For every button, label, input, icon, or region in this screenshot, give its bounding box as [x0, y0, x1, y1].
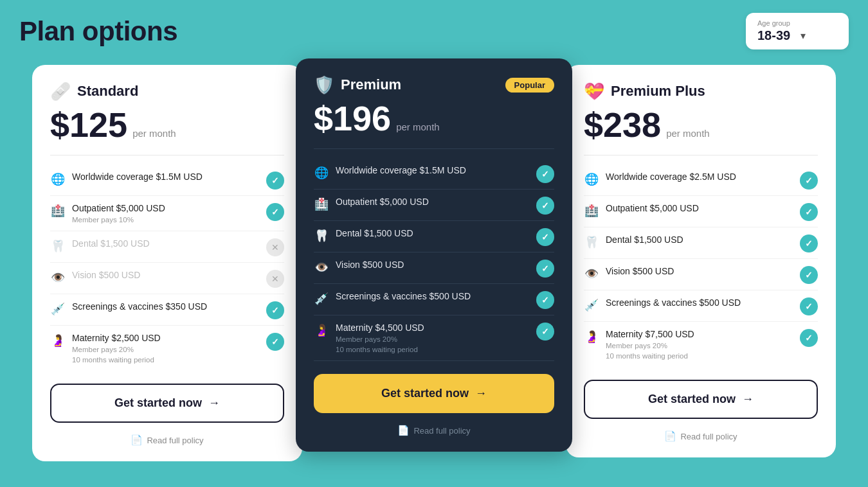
age-group-value-row: 18-39 ▾: [757, 28, 806, 43]
age-group-value: 18-39: [757, 28, 790, 43]
maternity-icon: 🤰: [314, 323, 329, 339]
feature-main: Dental $1,500 USD: [336, 228, 530, 238]
plan-period-premium-plus: per month: [666, 128, 710, 139]
plan-icon-standard: 🩹: [50, 83, 71, 100]
feature-sub: Member pays 20%10 months waiting period: [606, 341, 793, 361]
get-started-label: Get started now: [114, 396, 202, 410]
get-started-label: Get started now: [381, 387, 469, 400]
divider-premium-plus: [584, 155, 818, 155]
plan-header-premium-plus: 💝 Premium Plus: [584, 83, 818, 100]
feature-maternity: 🤰 Maternity $2,500 USD Member pays 20%10…: [50, 327, 284, 371]
feature-main: Outpatient $5,000 USD: [72, 203, 260, 213]
read-policy-standard[interactable]: 📄 Read full policy: [50, 432, 284, 448]
plans-container: 🩹 Standard $125 per month 🌐 Worldwide co…: [19, 65, 849, 461]
feature-vision: 👁️ Vision $500 USD ✓: [584, 260, 818, 290]
maternity-icon: 🤰: [50, 333, 66, 349]
plan-period-premium: per month: [396, 121, 440, 132]
divider-standard: [50, 155, 284, 155]
plan-card-premium: 🛡️ Premium Popular $196 per month 🌐 Worl…: [296, 58, 572, 452]
feature-text: Worldwide coverage $2.5M USD: [606, 172, 793, 182]
check-icon: ✓: [536, 165, 554, 183]
arrow-right-icon: →: [208, 396, 220, 410]
feature-sub: Member pays 20%10 months waiting period: [72, 344, 260, 365]
feature-main: Maternity $7,500 USD: [606, 329, 793, 339]
feature-dental: 🦷 Dental $1,500 USD ✓: [314, 222, 554, 252]
read-policy-premium-plus[interactable]: 📄 Read full policy: [584, 428, 818, 445]
feature-outpatient: 🏥 Outpatient $5,000 USD ✓: [584, 197, 818, 227]
feature-list-premium-plus: 🌐 Worldwide coverage $2.5M USD ✓ 🏥 Outpa…: [584, 166, 818, 367]
maternity-icon: 🤰: [584, 329, 599, 345]
feature-dental: 🦷 Dental $1,500 USD ✕: [50, 233, 284, 263]
arrow-right-icon: →: [742, 393, 754, 406]
get-started-standard[interactable]: Get started now →: [50, 384, 284, 423]
hospital-icon: 🏥: [584, 203, 599, 219]
plan-icon-premium-plus: 💝: [584, 83, 604, 100]
feature-text: Outpatient $5,000 USD: [606, 203, 793, 213]
feature-main: Maternity $2,500 USD: [72, 333, 260, 343]
globe-icon: 🌐: [584, 172, 599, 188]
plan-price-standard: $125: [50, 107, 127, 142]
hospital-icon: 🏥: [314, 197, 329, 213]
cross-icon: ✕: [266, 270, 284, 288]
get-started-premium[interactable]: Get started now →: [314, 374, 554, 413]
feature-text: Vision $500 USD: [72, 270, 260, 280]
feature-main: Screenings & vaccines $500 USD: [606, 297, 793, 308]
feature-screenings: 💉 Screenings & vaccines $350 USD ✓: [50, 296, 284, 326]
arrow-right-icon: →: [475, 387, 487, 400]
feature-main: Dental $1,500 USD: [72, 238, 260, 249]
feature-main: Outpatient $5,000 USD: [606, 203, 793, 213]
feature-text: Outpatient $5,000 USD: [336, 197, 530, 207]
check-icon: ✓: [266, 203, 284, 221]
read-policy-premium[interactable]: 📄 Read full policy: [314, 422, 554, 439]
check-icon: ✓: [536, 197, 554, 215]
feature-text: Screenings & vaccines $500 USD: [336, 291, 530, 301]
document-icon: 📄: [664, 430, 676, 442]
eye-icon: 👁️: [584, 266, 599, 282]
plan-name-standard: Standard: [77, 83, 138, 100]
check-icon: ✓: [800, 329, 818, 347]
plan-period-standard: per month: [132, 128, 176, 139]
read-policy-label: Read full policy: [413, 426, 470, 436]
check-icon: ✓: [800, 172, 818, 190]
feature-worldwide: 🌐 Worldwide coverage $2.5M USD ✓: [584, 166, 818, 196]
globe-icon: 🌐: [314, 165, 329, 181]
plan-name-premium: Premium: [341, 76, 401, 93]
document-icon: 📄: [131, 434, 143, 446]
eye-icon: 👁️: [50, 270, 66, 286]
plan-price-premium-plus: $238: [584, 107, 661, 142]
feature-text: Worldwide coverage $1.5M USD: [336, 165, 530, 175]
feature-sub: Member pays 20%10 months waiting period: [336, 334, 530, 355]
syringe-icon: 💉: [584, 297, 599, 314]
check-icon: ✓: [266, 301, 284, 319]
age-group-selector[interactable]: Age group 18-39 ▾: [746, 13, 849, 49]
get-started-premium-plus[interactable]: Get started now →: [584, 380, 818, 419]
syringe-icon: 💉: [314, 291, 329, 307]
plan-icon-premium: 🛡️: [314, 76, 334, 93]
feature-text: Outpatient $5,000 USD Member pays 10%: [72, 203, 260, 225]
feature-text: Maternity $2,500 USD Member pays 20%10 m…: [72, 333, 260, 365]
feature-text: Dental $1,500 USD: [606, 235, 793, 245]
feature-vision: 👁️ Vision $500 USD ✓: [314, 254, 554, 284]
eye-icon: 👁️: [314, 260, 329, 276]
age-group-label: Age group: [757, 19, 790, 27]
feature-dental: 🦷 Dental $1,500 USD ✓: [584, 229, 818, 259]
document-icon: 📄: [397, 425, 410, 436]
popular-badge: Popular: [505, 78, 554, 93]
check-icon: ✓: [536, 291, 554, 309]
hospital-icon: 🏥: [50, 203, 66, 219]
plan-header-standard: 🩹 Standard: [50, 83, 284, 100]
feature-sub: Member pays 10%: [72, 215, 260, 225]
check-icon: ✓: [800, 203, 818, 221]
check-icon: ✓: [266, 172, 284, 190]
read-policy-label: Read full policy: [680, 432, 737, 441]
feature-main: Maternity $4,500 USD: [336, 323, 530, 333]
get-started-label: Get started now: [648, 393, 736, 406]
plan-card-premium-plus: 💝 Premium Plus $238 per month 🌐 Worldwid…: [566, 65, 836, 457]
feature-text: Maternity $4,500 USD Member pays 20%10 m…: [336, 323, 530, 355]
feature-text: Vision $500 USD: [336, 260, 530, 270]
feature-text: Vision $500 USD: [606, 266, 793, 276]
feature-vision: 👁️ Vision $500 USD ✕: [50, 264, 284, 294]
feature-maternity: 🤰 Maternity $4,500 USD Member pays 20%10…: [314, 317, 554, 361]
check-icon: ✓: [800, 297, 818, 315]
page-title: Plan options: [19, 16, 177, 47]
